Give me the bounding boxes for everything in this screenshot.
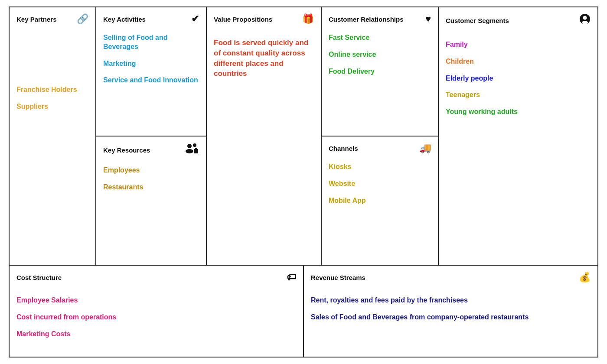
- list-item: Marketing: [103, 59, 199, 68]
- key-resources-title: Key Resources: [103, 146, 150, 154]
- value-propositions-title: Value Propositions: [214, 16, 272, 23]
- channels-header: Channels 🚚: [329, 143, 431, 154]
- key-resources-content: Employees Restaurants: [103, 166, 199, 192]
- channels-title: Channels: [329, 145, 358, 152]
- list-item: Service and Food Innovation: [103, 76, 199, 85]
- customer-segments-content: Family Children Elderly people Teenagers…: [446, 40, 591, 117]
- bottom-section: Cost Structure 🏷 Employee Salaries Cost …: [10, 266, 597, 357]
- customer-segments-cell: Customer Segments Family Children Elderl…: [439, 7, 597, 265]
- customer-segments-icon: [579, 13, 591, 27]
- key-resources-header: Key Resources: [103, 143, 199, 157]
- key-partners-content: Franchise Holders Suppliers: [16, 85, 88, 111]
- key-partners-title: Key Partners: [16, 16, 57, 23]
- cr-channels-wrapper: Customer Relationships ♥ Fast Service On…: [322, 7, 439, 265]
- customer-segments-header: Customer Segments: [446, 13, 591, 27]
- revenue-streams-content: Rent, royalties and fees paid by the fra…: [311, 296, 591, 322]
- list-item: Franchise Holders: [16, 85, 88, 94]
- svg-point-6: [583, 16, 587, 20]
- list-item: Selling of Food and Beverages: [103, 33, 199, 52]
- list-item: Rent, royalties and fees paid by the fra…: [311, 296, 591, 305]
- cost-structure-header: Cost Structure 🏷: [16, 272, 296, 283]
- list-item: Suppliers: [16, 102, 88, 111]
- key-partners-icon: 🔗: [77, 13, 88, 25]
- business-model-canvas: Key Partners 🔗 Franchise Holders Supplie…: [9, 6, 598, 358]
- list-item: Teenagers: [446, 91, 591, 100]
- customer-segments-title: Customer Segments: [446, 17, 509, 24]
- channels-content: Kiosks Website Mobile App: [329, 162, 431, 205]
- revenue-streams-header: Revenue Streams 💰: [311, 272, 591, 283]
- key-resources-cell: Key Resources Employees Restaurants: [96, 136, 206, 265]
- channels-cell: Channels 🚚 Kiosks Website Mobile App: [322, 136, 438, 265]
- list-item: Cost incurred from operations: [16, 313, 296, 322]
- key-activities-cell: Key Activities ✔ Selling of Food and Bev…: [96, 7, 206, 136]
- value-propositions-cell: Value Propositions 🎁 Food is served quic…: [207, 7, 322, 265]
- list-item: Mobile App: [329, 196, 431, 205]
- list-item: Food is served quickly and of constant q…: [214, 38, 314, 79]
- customer-relationships-content: Fast Service Online service Food Deliver…: [329, 33, 431, 76]
- customer-relationships-header: Customer Relationships ♥: [329, 13, 431, 25]
- list-item: Food Delivery: [329, 67, 431, 76]
- key-activities-header: Key Activities ✔: [103, 13, 199, 25]
- key-resources-icon: [185, 143, 199, 157]
- key-partners-cell: Key Partners 🔗 Franchise Holders Supplie…: [10, 7, 96, 265]
- cost-structure-cell: Cost Structure 🏷 Employee Salaries Cost …: [10, 266, 304, 357]
- list-item: Employee Salaries: [16, 296, 296, 305]
- key-partners-header: Key Partners 🔗: [16, 13, 88, 25]
- list-item: Restaurants: [103, 183, 199, 192]
- value-propositions-content: Food is served quickly and of constant q…: [214, 38, 314, 79]
- revenue-streams-icon: 💰: [579, 272, 591, 283]
- value-propositions-icon: 🎁: [302, 13, 314, 25]
- list-item: Young working adults: [446, 107, 591, 117]
- activities-resources-wrapper: Key Activities ✔ Selling of Food and Bev…: [96, 7, 207, 265]
- key-activities-content: Selling of Food and Beverages Marketing …: [103, 33, 199, 85]
- revenue-streams-cell: Revenue Streams 💰 Rent, royalties and fe…: [304, 266, 597, 357]
- customer-relationships-icon: ♥: [425, 13, 431, 25]
- svg-rect-4: [195, 148, 197, 150]
- list-item: Website: [329, 179, 431, 188]
- list-item: Kiosks: [329, 162, 431, 172]
- list-item: Marketing Costs: [16, 330, 296, 339]
- cost-structure-content: Employee Salaries Cost incurred from ope…: [16, 296, 296, 338]
- list-item: Family: [446, 40, 591, 49]
- channels-icon: 🚚: [419, 143, 431, 154]
- svg-point-0: [187, 144, 192, 148]
- top-section: Key Partners 🔗 Franchise Holders Supplie…: [10, 7, 597, 266]
- key-activities-title: Key Activities: [103, 16, 146, 23]
- value-propositions-header: Value Propositions 🎁: [214, 13, 314, 25]
- list-item: Elderly people: [446, 74, 591, 83]
- list-item: Employees: [103, 166, 199, 175]
- svg-point-1: [186, 149, 193, 153]
- svg-point-2: [193, 143, 196, 147]
- key-activities-icon: ✔: [191, 13, 199, 25]
- list-item: Children: [446, 57, 591, 66]
- svg-rect-3: [194, 149, 198, 153]
- cost-structure-title: Cost Structure: [16, 274, 62, 281]
- list-item: Sales of Food and Beverages from company…: [311, 313, 591, 322]
- customer-relationships-cell: Customer Relationships ♥ Fast Service On…: [322, 7, 438, 136]
- list-item: Online service: [329, 50, 431, 59]
- svg-point-7: [582, 21, 588, 24]
- customer-relationships-title: Customer Relationships: [329, 16, 404, 23]
- revenue-streams-title: Revenue Streams: [311, 274, 366, 281]
- cost-structure-icon: 🏷: [287, 272, 296, 283]
- list-item: Fast Service: [329, 33, 431, 42]
